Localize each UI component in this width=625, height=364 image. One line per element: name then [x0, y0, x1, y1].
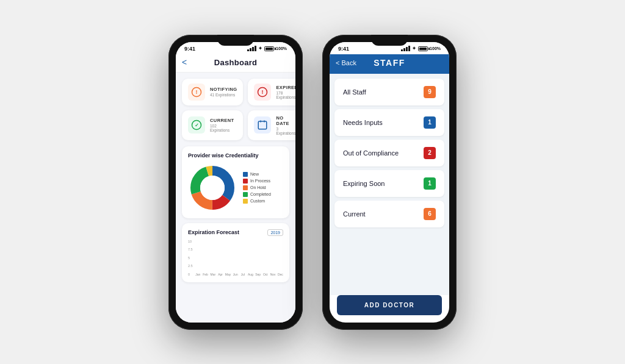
staff-item-name: Needs Inputs — [343, 119, 383, 126]
current-icon: ✓ — [188, 116, 205, 134]
bar-label: Apr — [218, 273, 223, 276]
stat-card-nodate[interactable]: NO DATE 3 Expirations — [248, 110, 295, 140]
svg-point-14 — [200, 176, 225, 200]
bar-label: Jan — [195, 273, 200, 276]
bar-label: Jul — [241, 273, 245, 276]
phone-dashboard: 9:41 ✦ 100% < Da — [168, 35, 303, 330]
staff-title: STAFF — [374, 58, 405, 68]
staff-item-badge: 2 — [424, 147, 436, 159]
staff-item-badge: 1 — [424, 116, 436, 129]
staff-list-item[interactable]: Out of Compliance2 — [334, 140, 444, 166]
svg-rect-6 — [259, 121, 267, 129]
legend-onhold: On Hold — [243, 185, 271, 190]
status-icons-staff: ✦ 100% — [401, 46, 441, 51]
back-button[interactable]: < — [182, 57, 187, 67]
forecast-header: Expiration Forecast 2019 — [188, 229, 283, 236]
credentiality-title: Provider wise Credentiality — [188, 152, 283, 159]
bar-col: Jul — [240, 271, 245, 276]
staff-list: All Staff9Needs Inputs1Out of Compliance… — [330, 74, 449, 295]
forecast-year[interactable]: 2019 — [267, 229, 283, 236]
bar-col: Mar — [210, 271, 215, 276]
stat-card-expired[interactable]: ! EXPIRED 178 Expirations — [248, 79, 295, 105]
status-time: 9:41 — [184, 46, 195, 52]
add-doctor-button[interactable]: ADD DOCTOR — [337, 295, 442, 315]
bar-label: Sep — [255, 273, 261, 276]
bar-label: Mar — [211, 273, 216, 276]
battery-icon — [264, 46, 274, 51]
bar-label: Jun — [233, 273, 238, 276]
notifying-icon: ! — [188, 84, 205, 101]
bar-label: May — [225, 273, 231, 276]
svg-text:✓: ✓ — [195, 123, 199, 128]
notch2 — [371, 35, 408, 46]
staff-item-badge: 9 — [424, 86, 436, 98]
bar-chart-container: 107.552.50 JanFebMarAprMayJunJulAugSepOc… — [188, 240, 283, 276]
staff-back-button[interactable]: < Back — [336, 59, 356, 66]
bar-chart: JanFebMarAprMayJunJulAugSepOctNovDec — [195, 240, 283, 276]
chart-body: New In Process On Hold Completed Custom — [188, 163, 283, 212]
staff-item-name: Out of Compliance — [343, 149, 399, 157]
nodate-icon — [254, 116, 271, 134]
bluetooth-icon-staff: ✦ — [412, 46, 416, 51]
staff-list-item[interactable]: Expiring Soon1 — [334, 170, 444, 197]
notifying-sub: 41 Expirations — [210, 93, 237, 97]
battery-icon-staff — [418, 46, 428, 51]
bar-col: Jun — [233, 271, 238, 276]
staff-item-name: Current — [343, 210, 366, 218]
bar-col: May — [225, 271, 231, 276]
forecast-section: Expiration Forecast 2019 107.552.50 JanF… — [182, 223, 289, 282]
phone-staff: 9:41 ✦ 100% < Back — [322, 35, 457, 330]
svg-text:!: ! — [262, 89, 264, 95]
staff-list-item[interactable]: Needs Inputs1 — [334, 109, 444, 136]
stat-card-current[interactable]: ✓ CURRENT 102 Expirations — [182, 110, 243, 140]
phone-screen: 9:41 ✦ 100% < Da — [176, 42, 295, 323]
staff-item-name: All Staff — [343, 88, 366, 96]
bar-label: Oct — [263, 273, 268, 276]
bar-col: Jan — [195, 271, 201, 276]
bar-col: Nov — [270, 271, 276, 276]
phone-screen-staff: 9:41 ✦ 100% < Back — [330, 42, 449, 323]
signal-icon — [247, 46, 256, 51]
bar-col: Apr — [217, 271, 223, 276]
battery-pct-staff: 100% — [430, 46, 441, 51]
svg-text:!: ! — [196, 89, 198, 95]
bar-col: Feb — [203, 271, 208, 276]
stat-card-notifying[interactable]: ! NOTIFYING 41 Expirations — [182, 79, 243, 105]
dashboard-title: Dashboard — [214, 58, 258, 67]
legend-custom: Custom — [243, 199, 271, 204]
notifying-label: NOTIFYING — [210, 87, 237, 92]
status-time-staff: 9:41 — [338, 46, 349, 52]
bar-col: Sep — [255, 271, 261, 276]
staff-nav-header: < Back STAFF — [330, 54, 449, 74]
staff-item-name: Expiring Soon — [343, 180, 385, 187]
current-label: CURRENT — [210, 118, 237, 123]
bar-col: Oct — [262, 271, 268, 276]
donut-chart — [188, 163, 237, 212]
dashboard-nav-header: < Dashboard — [176, 54, 295, 73]
bar-col: Aug — [248, 271, 253, 276]
staff-list-item[interactable]: All Staff9 — [334, 79, 444, 105]
y-axis: 107.552.50 — [188, 240, 194, 276]
legend-completed: Completed — [243, 192, 271, 197]
staff-list-item[interactable]: Current6 — [334, 201, 444, 227]
staff-item-badge: 6 — [424, 208, 436, 220]
signal-icon-staff — [401, 46, 410, 51]
staff-item-badge: 1 — [424, 177, 436, 190]
status-icons: ✦ 100% — [247, 46, 287, 51]
legend-new: New — [243, 172, 271, 177]
bar-label: Dec — [278, 273, 283, 276]
nodate-label: NO DATE — [276, 115, 295, 126]
current-sub: 102 Expirations — [210, 124, 237, 132]
bar-label: Feb — [203, 273, 208, 276]
forecast-title: Expiration Forecast — [188, 229, 239, 235]
expired-label: EXPIRED — [276, 85, 295, 90]
bluetooth-icon: ✦ — [258, 46, 262, 51]
bar-label: Aug — [248, 273, 253, 276]
chart-legend: New In Process On Hold Completed Custom — [243, 172, 271, 204]
bar-col: Dec — [278, 271, 283, 276]
expired-sub: 178 Expirations — [276, 91, 295, 99]
dashboard-content: ! NOTIFYING 41 Expirations ! EXPIRED — [176, 73, 295, 323]
stat-grid: ! NOTIFYING 41 Expirations ! EXPIRED — [176, 73, 295, 146]
nodate-sub: 3 Expirations — [276, 127, 295, 135]
battery-pct: 100% — [276, 46, 287, 51]
